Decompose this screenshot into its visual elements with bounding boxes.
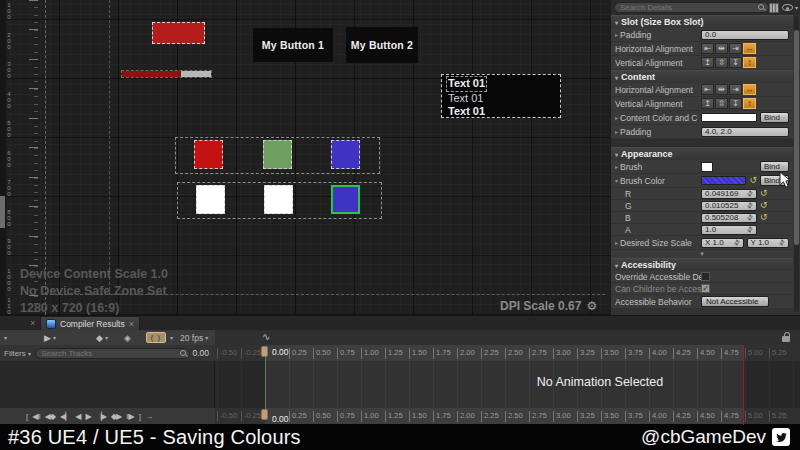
widget-square-white-2[interactable] (264, 185, 293, 214)
advanced-expander[interactable]: ▾ (611, 250, 793, 258)
expander-icon[interactable]: ▸ (615, 128, 618, 135)
step-back-icon[interactable]: ◀▏ (60, 412, 70, 421)
playhead-line[interactable] (265, 349, 266, 415)
expander-icon[interactable]: ▾ (615, 177, 618, 184)
expander-icon[interactable]: ▸ (615, 163, 618, 170)
children-accessible-checkbox[interactable]: ✓ (701, 284, 710, 293)
close-icon[interactable]: × (129, 319, 134, 329)
brush-color-swatch[interactable] (701, 176, 746, 185)
widget-square-blue-selected[interactable] (331, 185, 360, 214)
timeline-tick: 0.75 (337, 348, 355, 359)
expander-icon[interactable]: ▸ (615, 114, 618, 121)
alignment-button[interactable]: ↥ (701, 98, 714, 109)
alignment-button[interactable]: ↧ (729, 57, 742, 68)
text-line-1[interactable]: Text 01 (446, 76, 487, 92)
alignment-button[interactable]: ⇹ (715, 43, 728, 54)
details-scrollbar[interactable] (794, 16, 799, 312)
padding-field[interactable]: 0.0 (701, 30, 789, 40)
text-line-2[interactable]: Text 01 (446, 92, 556, 106)
section-slot[interactable]: ▾ Slot (Size Box Slot) (611, 15, 793, 28)
g-value-field[interactable]: 0.010525⇅ (701, 201, 757, 211)
alignment-button[interactable]: ↥ (701, 57, 714, 68)
reset-to-default-icon[interactable]: ↺ (760, 213, 768, 222)
text-line-3[interactable]: Text 01 (446, 105, 556, 119)
play-button[interactable]: ▶▾ (44, 333, 56, 343)
alignment-button[interactable]: ↧ (729, 98, 742, 109)
designer-canvas[interactable]: 10020030040050060070080090010001100 My B… (0, 0, 610, 315)
keyframe-options-icon[interactable]: ◈ (124, 333, 131, 343)
a-value-field[interactable]: 1.0⇅ (701, 225, 757, 235)
fps-dropdown[interactable]: 20 fps ▾ (180, 333, 208, 343)
alignment-button[interactable]: ↕ (743, 57, 756, 68)
curve-editor-icon[interactable]: ∿ (262, 331, 270, 342)
filters-dropdown[interactable]: Filters ▾ (4, 349, 31, 358)
timeline-ruler-bottom[interactable]: -0.50-0.250.250.500.751.001.251.501.752.… (215, 408, 800, 425)
display-filter-icon[interactable] (769, 3, 779, 13)
section-appearance[interactable]: ▾ Appearance (611, 147, 793, 160)
chevron-down-icon[interactable]: ▾ (4, 334, 7, 341)
step-forward-icon[interactable]: ▕▶ (96, 412, 106, 421)
expander-icon[interactable]: ▸ (615, 239, 618, 246)
selection-range-button[interactable]: ( ) (146, 332, 166, 343)
current-time-value[interactable]: 0.00 (192, 348, 211, 358)
expander-icon[interactable]: ▸ (615, 31, 618, 38)
alignment-button[interactable]: ⇤ (701, 84, 714, 95)
play-icon[interactable]: ▶ (85, 412, 90, 421)
widget-square-red[interactable] (194, 140, 223, 169)
alignment-button[interactable]: ⇥ (729, 84, 742, 95)
reset-to-default-icon[interactable]: ↺ (760, 201, 768, 210)
tab-compiler-results[interactable]: Compiler Results × (40, 316, 140, 330)
alignment-button[interactable]: ⇳ (715, 57, 728, 68)
accessible-behavior-dropdown[interactable]: Not Accessible ▾ (701, 296, 769, 307)
chevron-down-icon[interactable]: ▾ (170, 334, 173, 341)
widget-square-green[interactable] (263, 140, 292, 169)
play-backward-end-icon[interactable]: ◀‖ (32, 412, 39, 421)
to-end-icon[interactable]: ] (139, 412, 140, 421)
alignment-button[interactable]: ⇤ (701, 43, 714, 54)
desired-x-field[interactable]: X 1.0⇅ (701, 238, 744, 248)
widget-button-2[interactable]: My Button 2 (346, 27, 418, 63)
alignment-button[interactable]: ↕ (743, 98, 756, 109)
prev-key-icon[interactable]: ◀◆ (45, 412, 55, 421)
chevron-down-icon: ▾ (205, 334, 208, 341)
search-details-input[interactable] (614, 2, 769, 13)
content-padding-field[interactable]: 4.0, 2.0 (701, 127, 789, 137)
add-keyframe-button[interactable]: ◆▾ (96, 333, 108, 343)
play-forward-end-icon[interactable]: ‖▶ (126, 412, 133, 421)
section-content[interactable]: ▾ Content (611, 70, 793, 83)
playhead-marker[interactable] (261, 409, 268, 420)
reset-to-default-icon[interactable]: ↺ (749, 176, 757, 185)
timeline-ruler-top[interactable]: -0.50-0.250.250.500.751.001.251.501.752.… (215, 345, 800, 361)
alignment-button[interactable]: ⇥ (729, 43, 742, 54)
b-value-field[interactable]: 0.505208⇅ (701, 213, 757, 223)
widget-square-blue[interactable] (331, 140, 360, 169)
alignment-button[interactable]: ⇹ (715, 84, 728, 95)
to-front-icon[interactable]: [ (26, 412, 27, 421)
desired-y-field[interactable]: Y 1.0⇅ (747, 238, 790, 248)
brush-swatch[interactable] (701, 162, 713, 172)
play-reverse-icon[interactable]: ◀ (75, 412, 80, 421)
gear-icon[interactable]: ⚙ (586, 299, 597, 313)
widget-button-1[interactable]: My Button 1 (253, 28, 333, 62)
lock-icon[interactable] (782, 336, 790, 342)
bind-button[interactable]: Bind ▾ (760, 112, 789, 123)
playhead-marker[interactable] (261, 346, 268, 357)
alignment-button[interactable]: ↔ (743, 84, 756, 95)
widget-color-box[interactable] (152, 22, 205, 44)
close-icon[interactable]: × (30, 318, 35, 328)
search-tracks-input[interactable] (35, 348, 190, 359)
r-value-field[interactable]: 0.049169⇅ (701, 189, 757, 199)
reset-to-default-icon[interactable]: ↺ (760, 189, 768, 198)
widget-text-block[interactable]: Text 01 Text 01 Text 01 (441, 74, 561, 118)
content-color-swatch[interactable] (701, 113, 757, 122)
alignment-button[interactable]: ⇳ (715, 98, 728, 109)
widget-square-white-1[interactable] (196, 185, 225, 214)
loop-icon[interactable]: → (145, 412, 152, 421)
next-key-icon[interactable]: ◆▶ (111, 412, 121, 421)
timeline-track-area[interactable]: No Animation Selected (215, 361, 800, 408)
override-accessible-checkbox[interactable] (701, 272, 710, 281)
alignment-button[interactable]: ↔ (743, 43, 756, 54)
section-accessibility[interactable]: ▾ Accessibility (611, 258, 793, 271)
view-options-button[interactable]: ▾ (782, 4, 798, 11)
widget-progress-bar[interactable] (121, 70, 212, 78)
